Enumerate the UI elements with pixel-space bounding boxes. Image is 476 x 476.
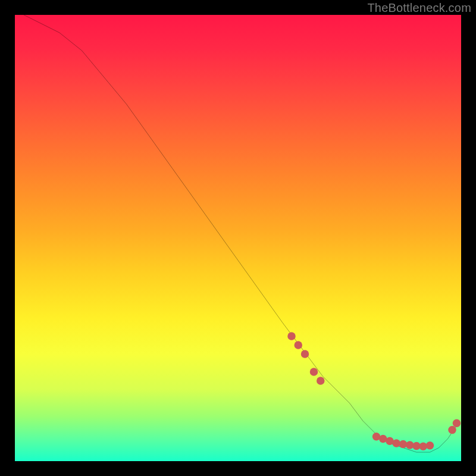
curve-path bbox=[24, 15, 457, 452]
highlight-dots bbox=[287, 332, 461, 450]
plot-area bbox=[15, 15, 461, 461]
watermark-text: TheBottleneck.com bbox=[367, 1, 471, 15]
highlight-dot bbox=[426, 441, 434, 450]
highlight-dot bbox=[287, 332, 295, 340]
chart-stage: TheBottleneck.com bbox=[0, 0, 476, 476]
highlight-dot bbox=[317, 377, 325, 385]
highlight-dot bbox=[310, 368, 318, 376]
curve-layer bbox=[15, 15, 461, 461]
highlight-dot bbox=[448, 426, 456, 434]
bottleneck-curve bbox=[24, 15, 457, 452]
highlight-dot bbox=[295, 341, 303, 349]
highlight-dot bbox=[301, 350, 309, 358]
highlight-dot bbox=[453, 419, 461, 428]
